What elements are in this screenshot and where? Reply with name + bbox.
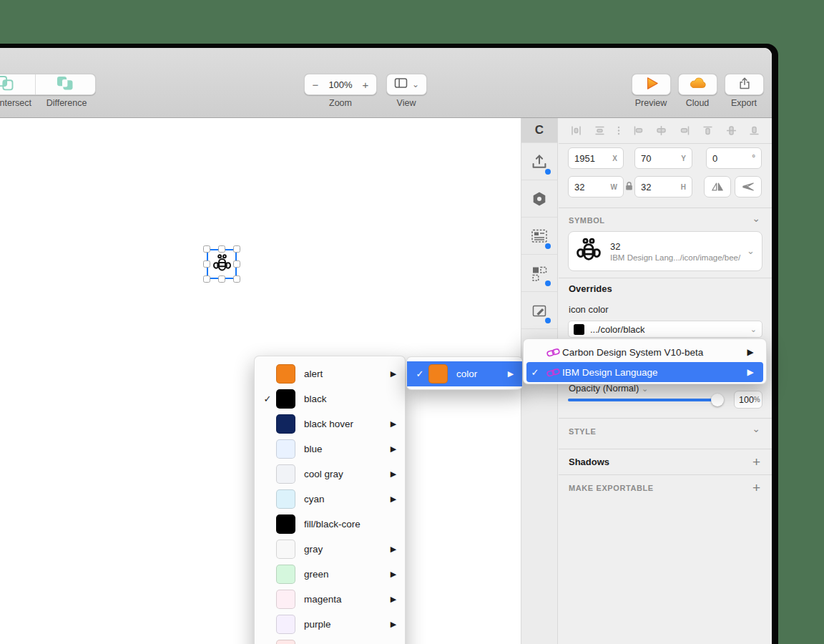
- color-menu-item[interactable]: ✓ cool gray ▶: [255, 462, 405, 487]
- cloud-icon: [689, 77, 707, 92]
- align-bottom-icon[interactable]: [748, 125, 760, 137]
- menu-item-label: cool gray: [304, 469, 386, 479]
- submenu-arrow-icon: ▶: [504, 369, 518, 379]
- preview-button[interactable]: [632, 74, 671, 95]
- library-menu-item[interactable]: ✓ IBM Design Language ▶: [526, 362, 763, 382]
- upload-tool[interactable]: [521, 143, 557, 180]
- difference-button[interactable]: [36, 74, 96, 94]
- view-button[interactable]: ⌄: [386, 74, 427, 95]
- x-position-field[interactable]: 1951 X: [568, 147, 624, 169]
- resize-handle[interactable]: [203, 260, 210, 268]
- color-menu-item[interactable]: ✓ cyan ▶: [255, 487, 405, 512]
- menu-item-label: black hover: [304, 419, 386, 429]
- align-center-horizontal-icon[interactable]: [655, 125, 667, 137]
- color-menu-item[interactable]: ✓ ▶: [255, 637, 405, 644]
- opacity-slider-track[interactable]: [568, 399, 722, 401]
- color-menu-item[interactable]: ✓ alert ▶: [255, 361, 405, 386]
- align-right-icon[interactable]: [679, 125, 691, 137]
- section-divider: [559, 278, 772, 278]
- group-menu-item[interactable]: ✓ color ▶: [407, 361, 522, 386]
- resize-handle[interactable]: [233, 245, 240, 253]
- color-menu-item[interactable]: ✓ fill/black-core ▶: [255, 512, 405, 537]
- distribute-horizontally-icon[interactable]: [570, 125, 582, 137]
- submenu-arrow-icon: ▶: [743, 347, 757, 357]
- zoom-out-button[interactable]: −: [306, 79, 325, 91]
- notification-dot: [545, 318, 551, 323]
- opacity-value-field[interactable]: 100 %: [734, 391, 762, 409]
- edit-vector-tool[interactable]: [521, 292, 557, 329]
- zoom-control[interactable]: − 100% +: [304, 74, 377, 95]
- color-menu-item[interactable]: ✓ black hover ▶: [255, 411, 405, 436]
- distribute-vertically-icon[interactable]: [594, 125, 606, 137]
- symbol-select[interactable]: 32 IBM Design Lang.../icon/image/bee/ ⌄: [568, 231, 762, 271]
- settings-tool[interactable]: [521, 180, 557, 218]
- layout-tool[interactable]: [521, 218, 557, 255]
- submenu-arrow-icon: ▶: [743, 367, 757, 377]
- color-menu-item[interactable]: ✓ purple ▶: [255, 612, 405, 637]
- library-menu-item[interactable]: ✓ Carbon Design System V10-beta ▶: [526, 342, 763, 362]
- lock-ratio-icon[interactable]: [625, 181, 633, 194]
- align-middle-vertical-icon[interactable]: [725, 125, 737, 137]
- libraries-menu: ✓ Carbon Design System V10-beta ▶ ✓ IBM …: [523, 338, 767, 384]
- section-divider: [559, 418, 772, 419]
- color-swatch: [276, 615, 295, 634]
- height-field[interactable]: 32 H: [634, 176, 692, 197]
- section-divider: [559, 474, 772, 475]
- make-exportable-header: MAKE EXPORTABLE: [569, 484, 654, 492]
- notification-dot: [545, 169, 551, 175]
- opacity-chevron-icon: ⌄: [642, 384, 648, 393]
- add-export-button[interactable]: +: [752, 480, 760, 496]
- y-position-field[interactable]: 70 Y: [634, 147, 692, 169]
- resize-handle[interactable]: [203, 275, 210, 283]
- y-unit: Y: [681, 155, 686, 162]
- view-label: View: [371, 98, 442, 108]
- overrides-title: Overrides: [569, 283, 612, 294]
- color-menu-item[interactable]: ✓ gray ▶: [255, 537, 405, 562]
- rotation-field[interactable]: 0 °: [706, 147, 762, 169]
- intersect-button[interactable]: [0, 74, 35, 94]
- width-field[interactable]: 32 W: [568, 176, 624, 197]
- carbon-plugin-tab[interactable]: C: [521, 118, 557, 143]
- swap-squares-icon: [531, 265, 548, 282]
- align-top-icon[interactable]: [702, 125, 714, 137]
- color-menu-item[interactable]: ✓ magenta ▶: [255, 587, 405, 612]
- current-color-swatch: [574, 324, 584, 335]
- submenu-arrow-icon: ▶: [386, 444, 401, 454]
- color-menu-item[interactable]: ✓ blue ▶: [255, 436, 405, 462]
- checkmark-icon: ✓: [259, 394, 276, 404]
- more-dots-icon: [617, 125, 621, 137]
- color-values-menu: ✓ alert ▶ ✓ black ▶ ✓ black hover ▶ ✓ bl…: [254, 356, 406, 644]
- difference-icon: [56, 76, 74, 94]
- menu-item-label: black: [304, 394, 386, 404]
- flip-vertical-button[interactable]: [735, 176, 762, 197]
- submenu-arrow-icon: ▶: [386, 419, 401, 429]
- menu-item-label: green: [304, 569, 386, 580]
- color-menu-item[interactable]: ✓ green ▶: [255, 562, 405, 587]
- opacity-slider-knob[interactable]: [711, 394, 724, 406]
- resize-handle[interactable]: [218, 275, 225, 283]
- notification-dot: [545, 243, 551, 249]
- cloud-button[interactable]: [678, 74, 717, 95]
- bee-symbol-icon[interactable]: [212, 253, 232, 275]
- resize-handle[interactable]: [233, 275, 240, 283]
- color-menu-item[interactable]: ✓ black ▶: [255, 386, 405, 411]
- x-unit: X: [612, 155, 617, 162]
- menu-item-label: blue: [304, 444, 386, 454]
- resize-handle[interactable]: [203, 245, 210, 253]
- export-button[interactable]: [725, 74, 764, 95]
- layer-selection-box[interactable]: [207, 249, 237, 279]
- zoom-in-button[interactable]: +: [356, 79, 375, 91]
- add-shadow-button[interactable]: +: [752, 454, 760, 470]
- swap-symbols-tool[interactable]: [521, 255, 557, 292]
- bee-symbol-thumbnail-icon: [576, 237, 602, 265]
- align-left-icon[interactable]: [632, 125, 644, 137]
- flip-horizontal-button[interactable]: [704, 176, 731, 197]
- icon-color-select[interactable]: .../color/black ⌄: [568, 321, 762, 338]
- zoom-label: Zoom: [305, 98, 376, 108]
- section-divider: [559, 208, 772, 208]
- resize-handle[interactable]: [233, 260, 240, 268]
- menu-item-label: purple: [304, 619, 386, 630]
- symbol-section-header: SYMBOL: [569, 216, 605, 225]
- resize-handle[interactable]: [218, 245, 225, 253]
- menu-item-label: alert: [304, 369, 386, 379]
